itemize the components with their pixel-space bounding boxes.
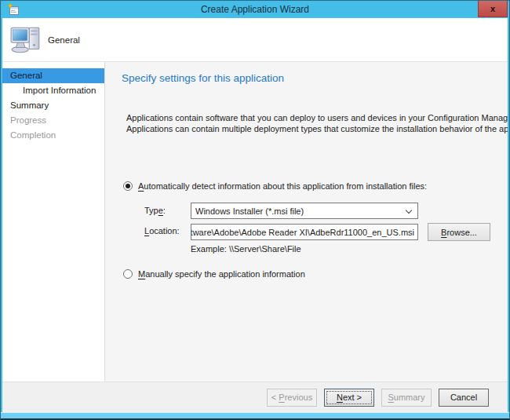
- sidebar-item-import-information[interactable]: Import Information: [2, 83, 104, 98]
- sidebar-item-general[interactable]: General: [2, 68, 104, 83]
- location-input-value: ources$\Software\Adobe\Adobe Reader XI\A…: [191, 228, 414, 237]
- sidebar-item-completion: Completion: [2, 128, 104, 143]
- close-button[interactable]: x: [478, 1, 508, 17]
- page-title: Specify settings for this application: [122, 72, 284, 84]
- browse-button[interactable]: Browse...: [428, 223, 490, 241]
- cancel-button[interactable]: Cancel: [439, 389, 489, 407]
- type-label: Type:: [144, 206, 166, 215]
- description-line-1: Applications contain software that you c…: [126, 112, 508, 123]
- location-input[interactable]: ources$\Software\Adobe\Adobe Reader XI\A…: [191, 224, 418, 240]
- titlebar[interactable]: Create Application Wizard x: [1, 1, 509, 18]
- wizard-body: General General Import Information Summa…: [2, 18, 508, 412]
- description-line-2: Applications can contain multiple deploy…: [126, 123, 508, 134]
- summary-button: Summary: [381, 389, 432, 407]
- description-text: Applications contain software that you c…: [126, 112, 508, 134]
- create-application-wizard-window: Create Application Wizard x: [0, 0, 510, 420]
- type-dropdown-value: Windows Installer (*.msi file): [195, 206, 304, 216]
- sidebar-item-summary[interactable]: Summary: [2, 98, 104, 113]
- wizard-footer: < Previous Next > Summary Cancel: [2, 382, 508, 412]
- radio-automatically-detect[interactable]: Automatically detect information about t…: [123, 181, 427, 191]
- next-button[interactable]: Next >: [324, 389, 374, 407]
- radio-manually-specify-label: Manually specify the application informa…: [138, 269, 305, 279]
- location-example-text: Example: \\Server\Share\File: [191, 244, 301, 254]
- wizard-main: General Import Information Summary Progr…: [2, 62, 508, 382]
- chevron-down-icon: [406, 207, 412, 214]
- radio-automatically-detect-label: Automatically detect information about t…: [138, 181, 427, 191]
- wizard-content-pane: Specify settings for this application Ap…: [105, 62, 508, 382]
- header-page-label: General: [48, 18, 80, 62]
- previous-button: < Previous: [267, 389, 317, 407]
- close-icon: x: [490, 4, 495, 13]
- wizard-steps-sidebar: General Import Information Summary Progr…: [2, 62, 105, 382]
- radio-button-icon[interactable]: [123, 269, 133, 279]
- type-dropdown[interactable]: Windows Installer (*.msi file): [191, 203, 418, 219]
- computer-icon: [9, 24, 42, 57]
- window-bottom-border: [1, 412, 509, 418]
- location-label: Location:: [144, 226, 180, 236]
- wizard-header: General: [2, 18, 508, 62]
- wizard-app-icon: [7, 3, 20, 16]
- radio-button-icon[interactable]: [123, 181, 133, 191]
- radio-manually-specify[interactable]: Manually specify the application informa…: [123, 269, 305, 279]
- sidebar-item-progress: Progress: [2, 113, 104, 128]
- window-title: Create Application Wizard: [201, 4, 309, 15]
